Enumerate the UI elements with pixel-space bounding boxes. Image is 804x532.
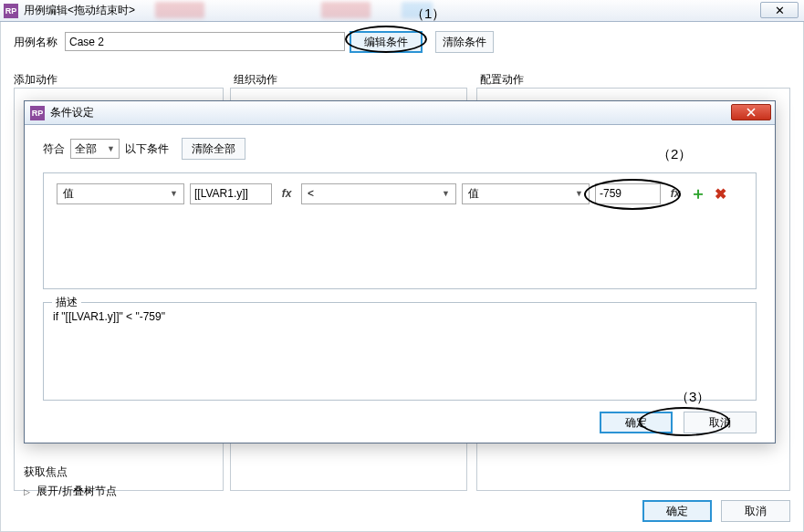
- rp-logo-icon: RP: [30, 106, 45, 120]
- ghost-decoration: [321, 2, 371, 18]
- section-cfg-actions: 配置动作: [480, 72, 524, 88]
- rhs-fx-button[interactable]: fx: [666, 187, 684, 200]
- add-condition-button[interactable]: ＋: [690, 183, 706, 204]
- delete-condition-button[interactable]: ✖: [712, 185, 728, 203]
- close-icon: [747, 108, 756, 117]
- match-row: 符合 全部 ▼ 以下条件 清除全部: [43, 138, 757, 160]
- description-label: 描述: [52, 295, 81, 310]
- condition-ok-label: 确定: [625, 415, 647, 431]
- conditions-container: 值 ▼ fx < ▼ 值 ▼ fx ＋ ✖: [43, 172, 757, 289]
- condition-ok-button[interactable]: 确定: [600, 412, 673, 433]
- annotation-number: （2）: [657, 146, 692, 163]
- description-text: if "[[LVAR1.y]]" < "-759": [53, 310, 165, 323]
- chevron-down-icon: ▼: [170, 189, 178, 198]
- case-editor-cancel-label: 取消: [745, 504, 767, 519]
- chevron-down-icon: ▼: [575, 189, 583, 198]
- close-button[interactable]: ✕: [760, 2, 799, 18]
- case-editor-titlebar: RP 用例编辑<拖动结束时> ✕: [0, 0, 804, 22]
- description-group: 描述 if "[[LVAR1.y]]" < "-759": [43, 302, 757, 401]
- annotation-number: （1）: [411, 5, 445, 23]
- match-select[interactable]: 全部 ▼: [70, 139, 120, 159]
- chevron-down-icon: ▼: [107, 144, 115, 153]
- case-editor-cancel-button[interactable]: 取消: [721, 500, 790, 522]
- case-name-input[interactable]: [65, 32, 345, 51]
- clear-condition-button[interactable]: 清除条件: [435, 31, 494, 53]
- lhs-type-value: 值: [63, 186, 74, 202]
- annotation-number: （3）: [675, 389, 710, 406]
- clear-all-button[interactable]: 清除全部: [182, 138, 245, 160]
- rp-logo-icon: RP: [4, 4, 18, 18]
- action-get-focus[interactable]: 获取焦点: [15, 463, 223, 482]
- rhs-type-value: 值: [468, 186, 479, 202]
- dialog-close-button[interactable]: [731, 104, 771, 120]
- clear-condition-label: 清除条件: [443, 35, 486, 50]
- chevron-down-icon: ▼: [442, 189, 450, 198]
- lhs-type-select[interactable]: 值 ▼: [57, 183, 184, 204]
- condition-builder-body: 符合 全部 ▼ 以下条件 清除全部 值 ▼ fx < ▼: [25, 125, 775, 443]
- lhs-fx-button[interactable]: fx: [277, 187, 296, 200]
- case-editor-title: 用例编辑<拖动结束时>: [24, 3, 135, 18]
- case-editor-ok-label: 确定: [666, 504, 688, 519]
- lhs-value-input[interactable]: [190, 183, 272, 204]
- rhs-type-select[interactable]: 值 ▼: [462, 183, 590, 204]
- match-prefix: 符合: [43, 141, 65, 157]
- condition-row: 值 ▼ fx < ▼ 值 ▼ fx ＋ ✖: [57, 183, 743, 204]
- match-select-value: 全部: [75, 141, 97, 157]
- description-textarea[interactable]: if "[[LVAR1.y]]" < "-759": [43, 302, 757, 401]
- condition-cancel-button[interactable]: 取消: [684, 412, 757, 433]
- match-suffix: 以下条件: [125, 141, 169, 157]
- case-editor-ok-button[interactable]: 确定: [642, 500, 712, 522]
- section-add-actions: 添加动作: [14, 72, 57, 88]
- rhs-value-input[interactable]: [595, 183, 661, 204]
- edit-condition-label: 编辑条件: [364, 35, 408, 50]
- operator-select[interactable]: < ▼: [301, 183, 456, 204]
- operator-value: <: [308, 187, 314, 200]
- close-icon: ✕: [775, 4, 785, 17]
- edit-condition-button[interactable]: 编辑条件: [350, 31, 423, 53]
- case-name-label: 用例名称: [14, 35, 57, 50]
- condition-cancel-label: 取消: [709, 415, 731, 431]
- condition-builder-title: 条件设定: [50, 105, 94, 120]
- ghost-decoration: [155, 2, 204, 18]
- action-tree-expand[interactable]: 展开/折叠树节点: [15, 482, 223, 501]
- section-org-actions: 组织动作: [234, 72, 277, 88]
- action-tree-expand-label: 展开/折叠树节点: [37, 485, 116, 497]
- condition-builder-titlebar: RP 条件设定: [25, 101, 775, 125]
- clear-all-label: 清除全部: [192, 141, 235, 157]
